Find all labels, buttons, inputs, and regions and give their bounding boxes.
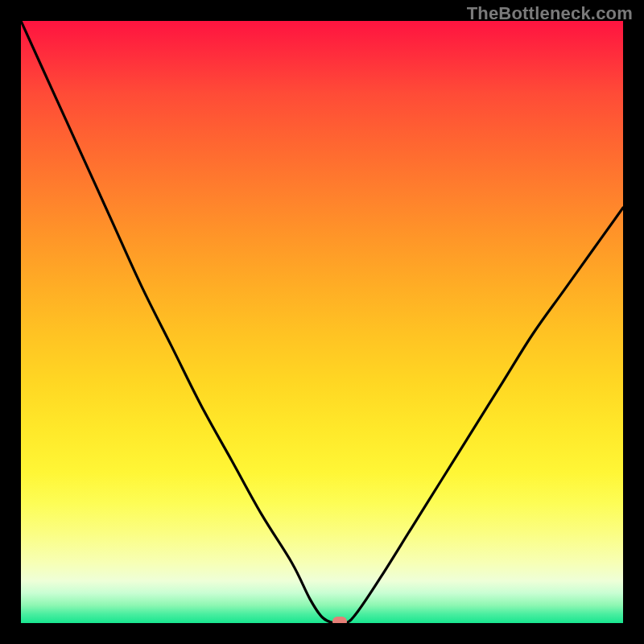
plot-area (21, 21, 623, 623)
watermark-text: TheBottleneck.com (467, 3, 633, 24)
bottleneck-curve (21, 21, 623, 623)
current-point-marker (332, 617, 347, 623)
chart-frame: TheBottleneck.com (0, 0, 644, 644)
